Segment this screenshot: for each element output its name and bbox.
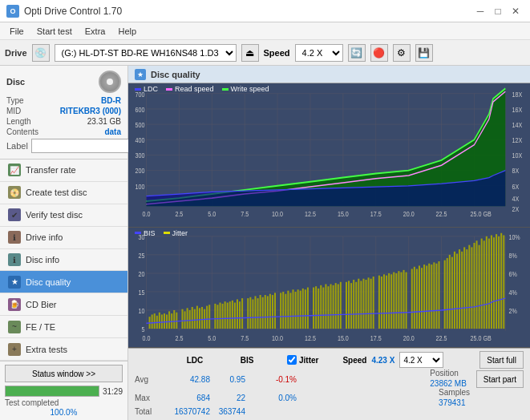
svg-rect-113 [272,295,273,329]
svg-rect-68 [152,314,153,329]
svg-rect-163 [411,269,413,329]
refresh-button[interactable]: 🔄 [348,44,366,62]
content-title: Disc quality [151,70,200,79]
svg-text:10: 10 [138,306,144,315]
disc-label-key: Label [6,141,28,151]
svg-text:7.5: 7.5 [241,210,249,218]
disc-label-input[interactable] [31,139,138,153]
svg-text:10X: 10X [512,152,523,160]
disc-header: Disc [6,71,121,93]
progress-time: 31:29 [103,387,123,396]
write-speed-legend-color [222,88,229,91]
sidebar-item-extra-tests[interactable]: + Extra tests [0,338,127,361]
svg-rect-96 [227,302,229,329]
burn-button[interactable]: 🔴 [370,44,388,62]
svg-rect-86 [199,308,200,329]
start-full-button[interactable]: Start full [479,351,524,369]
read-speed-legend-color [166,88,172,91]
legend-write-speed: Write speed [222,85,269,93]
drive-label: Drive [5,48,27,58]
progress-percent: 100.0% [5,408,123,417]
jitter-checkbox[interactable] [287,355,297,365]
status-window-button[interactable]: Status window >> [5,365,123,382]
nav-disc-info-label: Disc info [26,255,59,265]
speed-stat-select[interactable]: 4.2 X [399,352,443,368]
svg-rect-97 [229,301,231,329]
svg-text:4%: 4% [508,288,517,297]
svg-rect-162 [406,272,407,328]
sidebar-item-verify-test-disc[interactable]: ✔ Verify test disc [0,204,127,227]
svg-rect-125 [305,289,306,329]
save-button[interactable]: 💾 [415,44,433,62]
svg-rect-146 [362,279,364,329]
nav-fe-te-label: FE / TE [26,322,55,332]
sidebar-item-transfer-rate[interactable]: 📈 Transfer rate [0,160,127,182]
svg-rect-126 [307,287,309,329]
svg-rect-134 [330,284,332,329]
samples-value: 379431 [439,398,470,407]
avg-stat-row: Avg 42.88 0.95 -0.1% Position 23862 MB S… [135,370,524,388]
eject-button[interactable]: ⏏ [241,44,259,62]
sidebar-item-cd-bier[interactable]: 🍺 CD Bier [0,293,127,316]
jitter-legend-color [164,232,170,234]
disc-image-icon [99,71,121,93]
disc-type-row: Type BD-R [6,96,121,105]
svg-text:0.0: 0.0 [143,333,151,342]
svg-rect-157 [393,272,394,328]
svg-text:10.0: 10.0 [272,210,283,218]
disc-length-row: Length 23.31 GB [6,117,121,126]
svg-text:5.0: 5.0 [208,210,216,218]
svg-rect-198 [500,233,502,329]
title-text: Opti Drive Control 1.70 [24,6,122,17]
svg-rect-139 [346,282,347,329]
svg-text:2.5: 2.5 [175,210,183,218]
total-bis: 363744 [213,407,245,416]
sidebar: Disc Type BD-R MID RITEKBR3 (000) Length… [0,66,128,420]
svg-rect-69 [154,313,156,329]
drive-icon-btn[interactable]: 💿 [32,44,50,62]
minimize-button[interactable]: ─ [472,5,488,18]
sidebar-item-disc-quality[interactable]: ★ Disc quality [0,271,127,293]
svg-rect-171 [431,265,432,329]
svg-text:10%: 10% [508,232,520,241]
sidebar-item-create-test-disc[interactable]: 📀 Create test disc [0,182,127,204]
menu-help[interactable]: Help [111,25,143,38]
sidebar-item-fe-te[interactable]: ~ FE / TE [0,316,127,338]
sidebar-item-disc-info[interactable]: ℹ Disc info [0,249,127,272]
maximize-button[interactable]: □ [490,5,506,18]
menu-extra[interactable]: Extra [79,25,112,38]
svg-rect-156 [390,274,392,329]
svg-rect-195 [493,237,495,329]
svg-rect-89 [206,305,208,328]
svg-rect-129 [318,289,319,329]
svg-text:12.5: 12.5 [305,210,316,218]
stat-bis-header: BIS [223,356,271,365]
svg-rect-189 [479,245,480,329]
svg-rect-104 [249,297,251,329]
svg-rect-72 [161,314,163,329]
svg-rect-172 [433,262,435,329]
close-button[interactable]: ✕ [508,5,524,18]
svg-rect-170 [428,264,430,329]
speed-select[interactable]: 4.2 X [295,44,343,62]
svg-rect-123 [300,291,301,329]
menu-start-test[interactable]: Start test [30,25,79,38]
start-part-button[interactable]: Start part [476,370,524,388]
svg-rect-192 [486,236,488,329]
svg-rect-114 [274,293,276,329]
svg-rect-135 [333,285,334,329]
svg-rect-84 [194,309,196,329]
total-ldc: 16370742 [168,407,210,416]
drive-select[interactable]: (G:) HL-DT-ST BD-RE WH16NS48 1.D3 [55,44,237,62]
menu-file[interactable]: File [3,25,30,38]
svg-rect-90 [208,305,210,329]
svg-rect-145 [360,281,362,329]
sidebar-item-drive-info[interactable]: ℹ Drive info [0,227,127,249]
svg-rect-82 [189,310,191,329]
settings-button[interactable]: ⚙ [393,44,411,62]
svg-rect-101 [239,301,241,329]
disc-quality-icon: ★ [8,276,21,289]
drive-info-icon: ℹ [8,231,21,244]
svg-rect-116 [282,292,284,329]
disc-type-value: BD-R [101,96,121,105]
